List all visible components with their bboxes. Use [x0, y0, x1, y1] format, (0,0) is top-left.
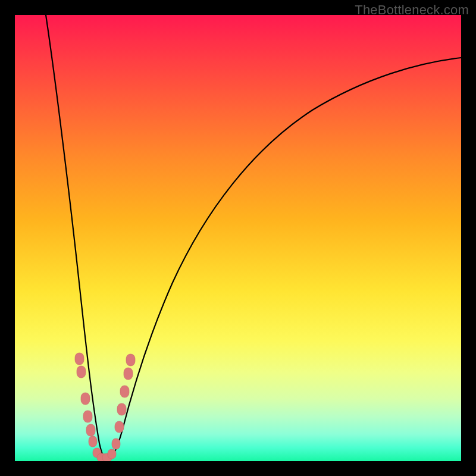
sample-marker: [77, 366, 86, 378]
sample-marker: [89, 436, 97, 447]
bottleneck-curve: [15, 15, 461, 461]
sample-marker: [75, 353, 84, 365]
sample-marker: [120, 386, 129, 397]
sample-marker: [124, 368, 133, 380]
sample-marker: [126, 354, 135, 366]
chart-frame: TheBottleneck.com: [0, 0, 476, 476]
plot-area: [15, 15, 461, 461]
curve-left-branch: [46, 15, 107, 461]
sample-marker: [115, 421, 124, 433]
sample-marker: [81, 393, 90, 405]
sample-marker: [86, 424, 95, 436]
sample-marker: [112, 439, 120, 449]
marker-group: [75, 353, 135, 461]
curve-right-branch: [107, 58, 461, 461]
sample-marker: [108, 449, 116, 459]
sample-marker: [117, 403, 126, 415]
sample-marker: [83, 411, 92, 422]
